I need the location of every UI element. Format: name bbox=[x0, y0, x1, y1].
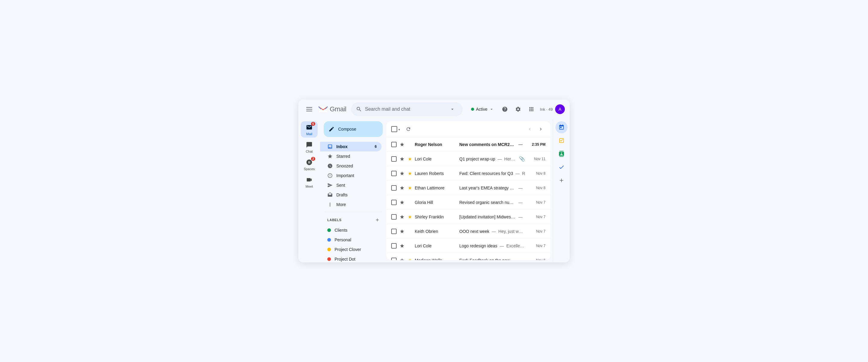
prev-page-button[interactable] bbox=[525, 124, 535, 134]
email-row[interactable]: Ethan Lattimore Last year's EMEA strateg… bbox=[386, 181, 550, 195]
meet-nav-label: Meet bbox=[306, 185, 313, 188]
important-icon bbox=[408, 171, 412, 175]
check-mark-button[interactable] bbox=[555, 161, 567, 173]
avatar[interactable]: A bbox=[555, 104, 565, 114]
row-checkbox[interactable] bbox=[391, 200, 397, 205]
top-bar: Gmail Search mail and chat Active bbox=[299, 100, 569, 119]
row-star[interactable] bbox=[399, 156, 405, 162]
email-row[interactable]: Keith Obrien OOO next week — Hey, just w… bbox=[386, 224, 550, 239]
compose-label: Compose bbox=[338, 127, 356, 132]
help-button[interactable] bbox=[499, 103, 511, 115]
label-name-project-clover: Project Clover bbox=[335, 247, 361, 252]
tasks-button[interactable] bbox=[555, 135, 567, 147]
sidebar-item-label-starred: Starred bbox=[336, 154, 350, 159]
chat-nav-icon bbox=[305, 141, 313, 149]
sidebar-item-drafts[interactable]: Drafts bbox=[320, 190, 381, 200]
row-preview: Hey, just wanted to give you a heads-up … bbox=[498, 229, 525, 234]
row-star[interactable] bbox=[399, 185, 405, 191]
row-sender: Madison Wells bbox=[415, 258, 457, 260]
email-row[interactable]: Madison Wells Fwd: Feedback on the new s… bbox=[386, 253, 550, 260]
row-time: Nov 7 bbox=[527, 244, 546, 248]
status-button[interactable]: Active bbox=[467, 105, 498, 113]
row-star[interactable] bbox=[399, 214, 405, 220]
sidebar-item-more[interactable]: More bbox=[320, 200, 381, 210]
important-icon bbox=[408, 157, 412, 161]
sidebar-label-project-dot[interactable]: Project Dot bbox=[320, 254, 381, 262]
row-star[interactable] bbox=[399, 257, 405, 260]
row-important-marker bbox=[407, 171, 412, 175]
row-time: 2:35 PM bbox=[527, 142, 546, 147]
row-checkbox[interactable] bbox=[391, 243, 397, 249]
sidebar-label-project-clover[interactable]: Project Clover bbox=[320, 245, 381, 254]
sidebar-divider bbox=[325, 212, 381, 212]
select-dropdown-button[interactable]: ▾ bbox=[398, 127, 401, 132]
nav-item-spaces[interactable]: 2 Spaces bbox=[301, 156, 318, 172]
search-icon bbox=[356, 106, 362, 112]
sidebar-item-snoozed[interactable]: Snoozed bbox=[320, 161, 381, 171]
row-important-marker bbox=[407, 186, 412, 190]
row-checkbox[interactable] bbox=[391, 229, 397, 234]
next-page-button[interactable] bbox=[536, 124, 546, 134]
contacts-button[interactable] bbox=[555, 148, 567, 160]
email-row[interactable]: Gloria Hill Revised organic search numbe… bbox=[386, 195, 550, 210]
row-subject: Last year's EMEA strategy deck bbox=[459, 186, 516, 190]
row-star[interactable] bbox=[399, 228, 405, 234]
row-star[interactable] bbox=[399, 141, 405, 147]
compose-button[interactable]: Compose bbox=[324, 121, 383, 137]
menu-button[interactable] bbox=[303, 103, 315, 115]
sidebar-label-clients[interactable]: Clients bbox=[320, 225, 381, 235]
email-row[interactable]: Lori Cole Q1 project wrap-up — Here's a … bbox=[386, 152, 550, 166]
icon-nav: 6 Mail Chat bbox=[299, 119, 320, 262]
apps-button[interactable] bbox=[525, 103, 537, 115]
refresh-button[interactable] bbox=[403, 124, 414, 135]
row-star[interactable] bbox=[399, 243, 405, 249]
chat-icon bbox=[306, 141, 313, 148]
row-star[interactable] bbox=[399, 170, 405, 176]
row-dash: — bbox=[518, 200, 523, 205]
row-dash: — bbox=[492, 229, 496, 234]
email-row[interactable]: Roger Nelson New comments on MCR2020 dra… bbox=[386, 137, 550, 152]
email-row[interactable]: Lauren Roberts Fwd: Client resources for… bbox=[386, 166, 550, 181]
email-row[interactable]: Shirley Franklin [Updated invitation] Mi… bbox=[386, 210, 550, 224]
row-checkbox[interactable] bbox=[391, 142, 397, 147]
email-row[interactable]: Lori Cole Logo redesign ideas — Excellen… bbox=[386, 239, 550, 253]
search-bar[interactable]: Search mail and chat bbox=[351, 102, 463, 116]
sidebar-item-starred[interactable]: Starred bbox=[320, 151, 381, 161]
row-dash: — bbox=[516, 171, 520, 176]
gmail-logo-icon bbox=[318, 104, 329, 115]
spaces-nav-icon: 2 bbox=[305, 158, 313, 167]
row-checkbox[interactable] bbox=[391, 156, 397, 162]
settings-button[interactable] bbox=[512, 103, 524, 115]
mail-badge: 6 bbox=[311, 122, 315, 126]
calendar-button[interactable] bbox=[555, 121, 567, 133]
row-star[interactable] bbox=[399, 199, 405, 205]
sidebar-item-important[interactable]: Important bbox=[320, 171, 381, 180]
nav-item-mail[interactable]: 6 Mail bbox=[301, 121, 318, 138]
sidebar-item-inbox[interactable]: Inbox 6 bbox=[320, 142, 381, 151]
row-sender: Lori Cole bbox=[415, 244, 457, 248]
select-all-checkbox[interactable] bbox=[391, 126, 397, 132]
row-checkbox[interactable] bbox=[391, 214, 397, 220]
row-preview: Ritesh, here's the doc with all the clie… bbox=[522, 171, 525, 176]
row-checkbox[interactable] bbox=[391, 171, 397, 176]
search-dropdown-button[interactable] bbox=[447, 104, 458, 115]
svg-text:A: A bbox=[558, 107, 561, 112]
add-apps-button[interactable] bbox=[555, 174, 567, 187]
nav-item-chat[interactable]: Chat bbox=[301, 139, 318, 155]
add-label-button[interactable] bbox=[373, 216, 381, 224]
row-sender: Lauren Roberts bbox=[415, 171, 457, 176]
row-dash: — bbox=[518, 215, 523, 219]
nav-item-meet[interactable]: Meet bbox=[301, 174, 318, 190]
star-icon bbox=[400, 229, 404, 234]
search-input[interactable]: Search mail and chat bbox=[365, 107, 444, 112]
row-subject: Revised organic search numbers bbox=[459, 200, 516, 205]
row-time: Nov 7 bbox=[527, 200, 546, 204]
star-icon bbox=[400, 171, 404, 176]
apps-icon bbox=[528, 106, 534, 112]
sidebar-item-label-inbox: Inbox bbox=[336, 144, 347, 149]
sidebar-label-personal[interactable]: Personal bbox=[320, 235, 381, 245]
sidebar-item-sent[interactable]: Sent bbox=[320, 180, 381, 190]
row-checkbox[interactable] bbox=[391, 258, 397, 260]
label-name-project-dot: Project Dot bbox=[335, 257, 355, 261]
row-checkbox[interactable] bbox=[391, 185, 397, 191]
